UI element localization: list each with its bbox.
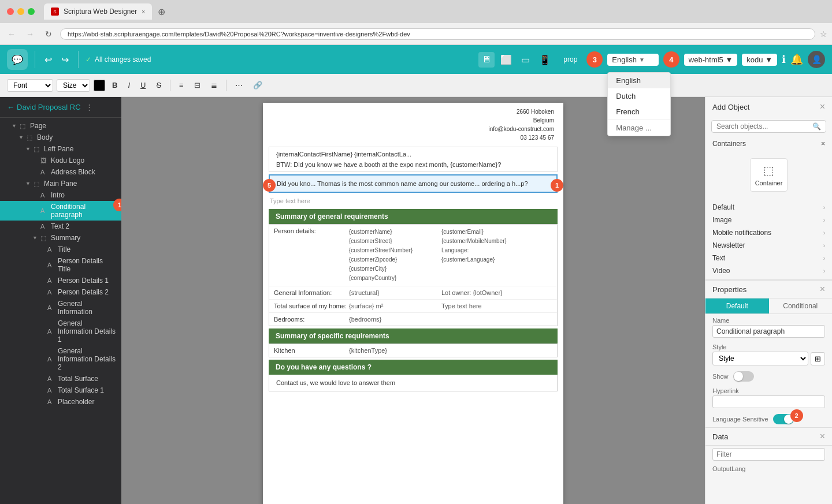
object-type-newsletter[interactable]: Newsletter › bbox=[705, 239, 832, 252]
object-type-label: Mobile notifications bbox=[712, 229, 823, 237]
new-tab-button[interactable]: ⊕ bbox=[154, 5, 168, 18]
sidebar-item-general-information[interactable]: A General Information bbox=[0, 298, 121, 318]
data-close-button[interactable]: × bbox=[820, 431, 825, 442]
sidebar-item-total-surface[interactable]: A Total Surface bbox=[0, 373, 121, 384]
sidebar-item-kodu-logo[interactable]: 🖼 Kodu Logo bbox=[0, 155, 121, 166]
user-avatar[interactable]: 👤 bbox=[808, 51, 825, 68]
style-label: Style bbox=[712, 344, 825, 350]
underline-button[interactable]: U bbox=[137, 79, 149, 91]
sidebar-item-title[interactable]: A Title bbox=[0, 244, 121, 255]
text-color-swatch[interactable] bbox=[94, 80, 105, 91]
back-button[interactable]: ← bbox=[5, 27, 18, 41]
active-browser-tab[interactable]: S Scriptura Web Designer × bbox=[44, 3, 152, 20]
close-window-button[interactable] bbox=[7, 8, 14, 15]
font-family-select[interactable]: Font bbox=[7, 79, 53, 92]
align-button[interactable]: ≣ bbox=[207, 79, 221, 91]
sidebar-item-conditional-paragraph[interactable]: A Conditional paragraph 1 bbox=[0, 201, 121, 221]
format-current-label: web-html5 bbox=[689, 55, 723, 64]
redo-button[interactable]: ↪ bbox=[59, 52, 71, 68]
sidebar-back-button[interactable]: ← David Proposal RC bbox=[7, 103, 81, 111]
undo-button[interactable]: ↩ bbox=[42, 52, 54, 68]
bullet-list-button[interactable]: ≡ bbox=[176, 79, 187, 91]
canvas-area[interactable]: 2660 Hoboken Belgium info@kodu-construct… bbox=[121, 97, 705, 504]
bold-button[interactable]: B bbox=[109, 79, 121, 91]
lang-option-manage[interactable]: Manage ... bbox=[608, 120, 670, 136]
mobile-icon[interactable]: 📱 bbox=[536, 52, 554, 68]
text-icon: A bbox=[40, 223, 49, 230]
style-select[interactable]: Style bbox=[712, 352, 808, 365]
sidebar-item-total-surface-1[interactable]: A Total Surface 1 bbox=[0, 384, 121, 396]
search-objects-box[interactable]: 🔍 bbox=[711, 120, 826, 133]
sidebar-item-summary[interactable]: ▼ ⬚ Summary bbox=[0, 232, 121, 244]
object-type-mobile-notifications[interactable]: Mobile notifications › bbox=[705, 226, 832, 239]
sidebar-item-label: Summary bbox=[51, 234, 80, 242]
forward-button[interactable]: → bbox=[23, 27, 37, 41]
properties-close-button[interactable]: × bbox=[820, 284, 825, 294]
object-types-list: Default › Image › Mobile notifications ›… bbox=[705, 199, 832, 279]
sidebar-item-general-info-details-1[interactable]: A General Information Details 1 bbox=[0, 318, 121, 345]
sidebar-item-person-details-title[interactable]: A Person Details Title bbox=[0, 255, 121, 275]
object-type-default[interactable]: Default › bbox=[705, 201, 832, 214]
lang-option-french[interactable]: French bbox=[608, 104, 670, 120]
maximize-window-button[interactable] bbox=[28, 8, 35, 15]
bookmark-button[interactable]: ☆ bbox=[820, 29, 827, 39]
sidebar-item-address-block[interactable]: A Address Block bbox=[0, 166, 121, 178]
sidebar-item-person-details-2[interactable]: A Person Details 2 bbox=[0, 286, 121, 298]
tablet-landscape-icon[interactable]: ▭ bbox=[518, 52, 533, 68]
sidebar-item-text2[interactable]: A Text 2 bbox=[0, 221, 121, 232]
container-object-item[interactable]: ⬚ Container bbox=[750, 158, 788, 192]
general-info-row: General Information: {structural} Lot ow… bbox=[269, 286, 557, 300]
language-select-button[interactable]: English ▼ bbox=[607, 54, 659, 66]
object-type-text[interactable]: Text › bbox=[705, 252, 832, 264]
format-separator-1 bbox=[170, 80, 170, 91]
notifications-icon[interactable]: 🔔 bbox=[790, 53, 803, 66]
tab-close-button[interactable]: × bbox=[142, 9, 145, 15]
address-bar[interactable]: https://wbd-stab.scripturaengage.com/tem… bbox=[60, 28, 815, 40]
containers-collapse-icon[interactable]: × bbox=[821, 140, 825, 148]
language-dropdown-arrow: ▼ bbox=[639, 57, 645, 63]
right-panel: Add Object × 🔍 Containers × ⬚ Container bbox=[705, 97, 832, 504]
filter-input[interactable] bbox=[712, 448, 825, 461]
sidebar-menu-icon[interactable]: ⋮ bbox=[86, 103, 93, 111]
name-input[interactable] bbox=[712, 325, 825, 338]
highlighted-paragraph[interactable]: 5 Did you kno... Thomas is the most comm… bbox=[269, 174, 558, 193]
more-format-button[interactable]: ⋯ bbox=[232, 79, 246, 91]
sidebar-item-general-info-details-2[interactable]: A General Information Details 2 bbox=[0, 345, 121, 373]
sidebar-item-placeholder[interactable]: A Placeholder bbox=[0, 396, 121, 408]
tab-default[interactable]: Default bbox=[705, 298, 769, 313]
sidebar-item-body[interactable]: ▼ ⬚ Body bbox=[0, 132, 121, 143]
sidebar-item-main-pane[interactable]: ▼ ⬚ Main Pane bbox=[0, 178, 121, 189]
workspace-select[interactable]: kodu ▼ bbox=[742, 54, 777, 66]
data-title: Data × bbox=[705, 428, 832, 446]
minimize-window-button[interactable] bbox=[17, 8, 24, 15]
properties-section: Properties × Default Conditional Name St… bbox=[705, 280, 832, 427]
sidebar-item-person-details-1[interactable]: A Person Details 1 bbox=[0, 275, 121, 286]
format-select[interactable]: web-html5 ▼ bbox=[684, 54, 737, 66]
reload-button[interactable]: ↻ bbox=[42, 27, 55, 41]
italic-button[interactable]: I bbox=[124, 79, 133, 91]
add-object-close-button[interactable]: × bbox=[820, 102, 825, 112]
hyperlink-input[interactable] bbox=[712, 395, 825, 408]
search-objects-input[interactable] bbox=[716, 122, 812, 130]
sidebar-item-left-pane[interactable]: ▼ ⬚ Left Pane bbox=[0, 143, 121, 155]
lang-option-english[interactable]: English bbox=[608, 73, 670, 88]
tab-conditional[interactable]: Conditional bbox=[769, 298, 833, 313]
info-icon[interactable]: ℹ bbox=[782, 53, 786, 66]
language-select-wrapper[interactable]: English ▼ English Dutch French Manage ..… bbox=[607, 54, 659, 66]
font-size-select[interactable]: Size bbox=[57, 79, 90, 92]
numbered-list-button[interactable]: ⊟ bbox=[191, 79, 204, 91]
strikethrough-button[interactable]: S bbox=[153, 79, 165, 91]
desktop-icon[interactable]: 🖥 bbox=[478, 52, 495, 68]
tablet-icon[interactable]: ⬜ bbox=[497, 52, 515, 68]
show-prop-row: Show bbox=[705, 368, 832, 384]
show-toggle[interactable] bbox=[733, 371, 754, 382]
object-type-video[interactable]: Video › bbox=[705, 264, 832, 277]
style-edit-button[interactable]: ⊞ bbox=[811, 352, 825, 365]
link-button[interactable]: 🔗 bbox=[250, 79, 266, 91]
sidebar-item-intro[interactable]: A Intro bbox=[0, 189, 121, 201]
lang-option-dutch[interactable]: Dutch bbox=[608, 88, 670, 104]
expand-icon: ▼ bbox=[12, 123, 17, 129]
object-type-label: Image bbox=[712, 216, 823, 224]
sidebar-item-page[interactable]: ▼ ⬚ Page bbox=[0, 120, 121, 132]
object-type-image[interactable]: Image › bbox=[705, 214, 832, 226]
